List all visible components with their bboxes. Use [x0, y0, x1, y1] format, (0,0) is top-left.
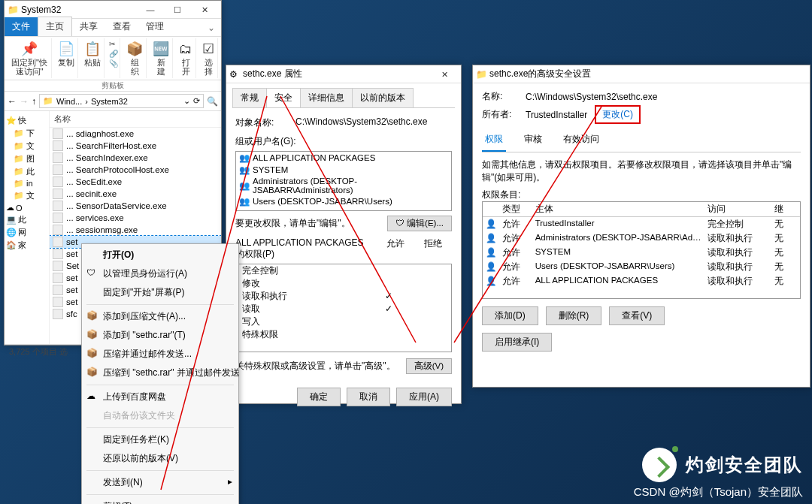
table-row[interactable]: 👤允许Users (DESKTOP-JSABARR\Users)读取和执行无	[483, 260, 800, 274]
ribbon-tab-home[interactable]: 主页	[38, 17, 72, 36]
close-button[interactable]: ✕	[191, 1, 218, 19]
nav-network[interactable]: 🌐 网	[6, 226, 47, 239]
table-row[interactable]: 👤允许TrustedInstaller完全控制无	[483, 217, 800, 231]
ctx-pin-start[interactable]: 固定到"开始"屏幕(P)	[82, 283, 238, 302]
cut-icon[interactable]: ✂	[109, 40, 118, 48]
ctx-upload-baidu[interactable]: ☁上传到百度网盘	[82, 388, 238, 406]
props-titlebar[interactable]: ⚙ sethc.exe 属性 ✕	[226, 65, 461, 83]
exe-icon	[53, 225, 63, 235]
up-button[interactable]: ↑	[32, 96, 36, 107]
nav-quickaccess[interactable]: ⭐ 快	[6, 114, 47, 127]
list-item[interactable]: ... SearchProtocolHost.exe	[50, 164, 221, 176]
tab-general[interactable]: 常规	[232, 88, 267, 107]
list-item[interactable]: ... SearchIndexer.exe	[50, 152, 221, 164]
exe-icon	[53, 297, 63, 307]
permission-entries-table[interactable]: 类型 主体 访问 继 👤允许TrustedInstaller完全控制无👤允许Ad…	[482, 201, 801, 299]
ribbon-new[interactable]: 🆕新 建	[150, 38, 173, 78]
list-item[interactable]: ... services.exe	[50, 212, 221, 224]
ctx-run-as-admin[interactable]: 🛡以管理员身份运行(A)	[82, 264, 238, 283]
ribbon-tab-share[interactable]: 共享	[72, 17, 105, 36]
nav-onedrive[interactable]: ☁ O	[6, 202, 47, 213]
list-item[interactable]: ... sdiagnhost.exe	[50, 128, 221, 140]
list-item[interactable]: ... secinit.exe	[50, 188, 221, 200]
back-button[interactable]: ←	[8, 96, 17, 107]
cancel-button[interactable]: 取消	[347, 388, 390, 406]
ctx-restore-prev[interactable]: 还原以前的版本(V)	[82, 449, 238, 468]
group-listbox[interactable]: 👥ALL APPLICATION PACKAGES👥SYSTEM👥Adminis…	[235, 151, 452, 211]
tab-security[interactable]: 安全	[266, 88, 301, 107]
ctx-add-to-rar[interactable]: 📦添加到 "sethc.rar"(T)	[82, 326, 238, 345]
group-item[interactable]: 👥ALL APPLICATION PACKAGES	[236, 152, 451, 164]
view-button[interactable]: 查看(V)	[609, 306, 665, 325]
breadcrumb-seg[interactable]: System32	[91, 97, 128, 106]
group-item[interactable]: 👥SYSTEM	[236, 164, 451, 176]
breadcrumb-seg[interactable]: Wind...	[56, 97, 82, 106]
minimize-button[interactable]: —	[137, 1, 164, 19]
nav-thispc[interactable]: 💻 此	[6, 213, 47, 226]
col-principal[interactable]: 主体	[535, 204, 707, 215]
tab-effective-access[interactable]: 有效访问	[560, 130, 602, 152]
separator	[86, 470, 234, 471]
close-button[interactable]: ✕	[431, 65, 458, 83]
ribbon-select[interactable]: ☑选择	[199, 38, 218, 78]
advanced-button[interactable]: 高级(V)	[406, 358, 452, 374]
change-owner-link[interactable]: 更改(C)	[595, 105, 641, 124]
breadcrumb[interactable]: 📁 Wind... › System32 ⌄ ⟳	[39, 94, 204, 108]
maximize-button[interactable]: ☐	[164, 1, 191, 19]
copy-path-icon[interactable]: 🔗	[109, 50, 118, 58]
enable-inheritance-button[interactable]: 启用继承(I)	[482, 333, 552, 352]
list-item[interactable]: ... sessionmsg.exe	[50, 224, 221, 236]
table-row[interactable]: 👤允许Administrators (DESKTOP-JSABARR\Admin…	[483, 231, 800, 246]
ctx-open[interactable]: 打开(O)	[82, 246, 238, 264]
ribbon-pin-quickaccess[interactable]: 📌固定到"快 速访问"	[8, 38, 52, 78]
chevron-down-icon[interactable]: ⌄	[183, 96, 190, 106]
paste-shortcut-icon[interactable]: 📎	[109, 59, 118, 68]
nav-item[interactable]: 📁 此	[6, 165, 47, 178]
tab-previous-versions[interactable]: 以前的版本	[352, 88, 414, 107]
ctx-compress-email[interactable]: 📦压缩并通过邮件发送...	[82, 345, 238, 364]
list-item[interactable]: ... SearchFilterHost.exe	[50, 140, 221, 152]
nav-home[interactable]: 🏠 家	[6, 239, 47, 252]
group-item[interactable]: 👥Administrators (DESKTOP-JSABARR\Adminis…	[236, 176, 451, 195]
col-type[interactable]: 类型	[502, 204, 535, 215]
group-item[interactable]: 👥TrustedInstaller	[236, 207, 451, 211]
nav-item[interactable]: 📁 文	[6, 189, 47, 202]
tab-details[interactable]: 详细信息	[300, 88, 353, 107]
column-header-name[interactable]: 名称	[50, 111, 221, 128]
col-access[interactable]: 访问	[707, 204, 775, 215]
ribbon-organize[interactable]: 📦组 织	[123, 38, 147, 78]
nav-item[interactable]: 📁 in	[6, 178, 47, 189]
tab-audit[interactable]: 审核	[521, 130, 545, 152]
ribbon-open[interactable]: 🗂打开	[176, 38, 196, 78]
ok-button[interactable]: 确定	[297, 388, 341, 406]
refresh-icon[interactable]: ⟳	[193, 96, 200, 106]
tab-permissions[interactable]: 权限	[482, 130, 506, 152]
ctx-cut[interactable]: 剪切(T)	[82, 497, 238, 504]
ribbon-expand-icon[interactable]: ⌄	[201, 20, 221, 36]
list-item[interactable]: ... SensorDataService.exe	[50, 200, 221, 212]
nav-item[interactable]: 📁 图	[6, 152, 47, 165]
forward-button[interactable]: →	[20, 96, 29, 107]
list-item[interactable]: ... SecEdit.exe	[50, 176, 221, 188]
col-inherit[interactable]: 继	[774, 204, 797, 215]
advsec-titlebar[interactable]: 📁 sethc.exe的高级安全设置	[473, 65, 810, 83]
ribbon-tab-manage[interactable]: 管理	[138, 17, 171, 36]
ctx-add-archive[interactable]: 📦添加到压缩文件(A)...	[82, 307, 238, 326]
ribbon-copy[interactable]: 📄复制	[55, 38, 78, 78]
add-button[interactable]: 添加(D)	[482, 306, 538, 325]
ctx-send-to[interactable]: 发送到(N)▸	[82, 473, 238, 492]
remove-button[interactable]: 删除(R)	[546, 306, 602, 325]
nav-item[interactable]: 📁 下	[6, 127, 47, 140]
nav-item[interactable]: 📁 文	[6, 140, 47, 152]
group-item[interactable]: 👥Users (DESKTOP-JSABARR\Users)	[236, 195, 451, 207]
apply-button[interactable]: 应用(A)	[396, 388, 452, 406]
ribbon-paste[interactable]: 📋粘贴	[81, 38, 105, 78]
ctx-compress-rar-email[interactable]: 📦压缩到 "sethc.rar" 并通过邮件发送	[82, 364, 238, 382]
edit-button[interactable]: 🛡 编辑(E)...	[387, 216, 452, 231]
table-row[interactable]: 👤允许ALL APPLICATION PACKAGES读取和执行无	[483, 274, 800, 288]
ribbon-tab-file[interactable]: 文件	[5, 17, 38, 36]
table-row[interactable]: 👤允许SYSTEM读取和执行无	[483, 246, 800, 260]
ctx-pin-taskbar[interactable]: 固定到任务栏(K)	[82, 430, 238, 449]
search-icon[interactable]: 🔍	[207, 96, 218, 107]
ribbon-tab-view[interactable]: 查看	[105, 17, 138, 36]
